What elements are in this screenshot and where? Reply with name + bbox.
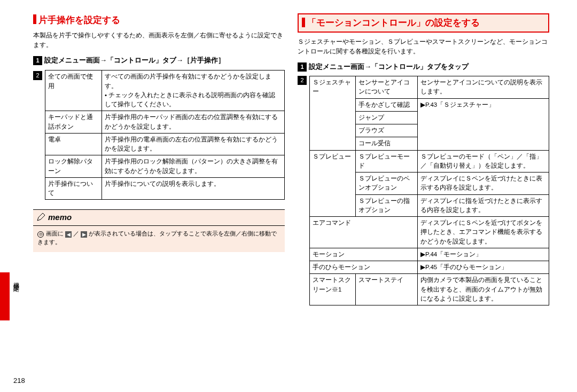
table-cell: Ｓジェスチャー	[310, 76, 356, 151]
table-cell: ディスプレイに指を近づけたときに表示する内容を設定します。	[418, 194, 549, 217]
left-table-body: 全ての画面で使用すべての画面の片手操作を有効にするかどうかを設定します。 • チ…	[45, 70, 285, 200]
table-cell: 内側カメラで本製品の画面を見ていることを検出すると、画面のタイムアウトが無効にな…	[418, 274, 549, 305]
right-title-box: 「モーションコントロール」の設定をする	[298, 13, 549, 33]
table-cell: ▶P.43「Ｓジェスチャー」	[418, 98, 549, 150]
table-cell: 片手操作についての説明を表示します。	[102, 177, 285, 200]
table-cell: 電卓	[45, 133, 102, 155]
table-cell: ▶P.44「モーション」	[418, 248, 549, 261]
pencil-icon	[36, 213, 46, 222]
page-number: 218	[13, 375, 25, 386]
right-table: Ｓジェスチャー センサーとアイコンについて センサーとアイコンについての説明を表…	[309, 76, 549, 305]
table-cell: 片手操作用のロック解除画面（パターン）の大きさ調整を有効にするかどうかを設定しま…	[102, 155, 285, 178]
table-cell: 手のひらモーション	[310, 261, 418, 274]
table-cell: エアコマンド	[310, 217, 418, 248]
table-cell: センサーとアイコンについての説明を表示します。	[418, 76, 549, 99]
table-cell: すべての画面の片手操作を有効にするかどうかを設定します。 • チェックを入れたと…	[102, 70, 285, 111]
table-cell: ディスプレイにＳペンを近づけてボタンを押したとき、エアコマンド機能を表示するかど…	[418, 217, 549, 248]
right-arrow-icon: ▶	[81, 231, 87, 238]
left-column: 片手操作を設定する 本製品を片手で操作しやすくするため、画面表示を左側／右側に寄…	[27, 13, 291, 379]
table-cell: スマートステイ	[356, 274, 418, 305]
table-cell: キーパッドと通話ボタン	[45, 111, 102, 134]
table-cell: 片手操作用のキーパッド画面の左右の位置調整を有効にするかどうかを設定します。	[102, 111, 285, 134]
step-number-icon: 1	[33, 56, 42, 65]
table-cell: ディスプレイにＳペンを近づけたときに表示する内容を設定します。	[418, 173, 549, 195]
table-cell: Ｓプレビューのモード（「ペン」／「指」／「自動切り替え」）を設定します。	[418, 150, 549, 173]
table-cell: ブラウズ	[356, 124, 418, 137]
side-label: 機能設定	[12, 278, 21, 282]
table-cell: モーション	[310, 248, 418, 261]
left-step1: 1設定メニュー画面→「コントロール」タブ→［片手操作］	[33, 55, 285, 66]
memo-body: ◎画面に ◀ ／ ▶ が表示されている場合は、タップすることで表示を左側／右側に…	[33, 226, 285, 252]
table-cell: 全ての画面で使用	[45, 70, 102, 111]
step-number-icon: 2	[298, 76, 307, 85]
table-cell: ジャンプ	[356, 111, 418, 124]
right-step1: 1設定メニュー画面→「コントロール」タブをタップ	[298, 61, 549, 72]
memo-label: memo	[48, 213, 72, 222]
right-intro: Ｓジェスチャーやモーション、Ｓプレビューやスマートスクリーンなど、モーションコン…	[298, 37, 549, 56]
step-number-icon: 2	[33, 71, 42, 80]
left-arrow-icon: ◀	[65, 231, 72, 238]
right-title-text: 「モーションコントロール」の設定をする	[307, 18, 480, 28]
table-cell: ロック解除パターン	[45, 155, 102, 178]
left-title-text: 片手操作を設定する	[38, 15, 120, 25]
table-cell: コール受信	[356, 137, 418, 150]
left-step1-text: 設定メニュー画面→「コントロール」タブ→［片手操作］	[44, 56, 225, 64]
memo-box: memo ◎画面に ◀ ／ ▶ が表示されている場合は、タップすることで表示を左…	[33, 209, 285, 252]
table-cell: Ｓプレビュー	[310, 150, 356, 217]
table-cell: Ｓプレビューのペンオプション	[356, 173, 418, 195]
right-column: 「モーションコントロール」の設定をする Ｓジェスチャーやモーション、Ｓプレビュー…	[291, 13, 556, 379]
bullet-icon: ◎	[37, 231, 44, 238]
memo-header: memo	[33, 209, 285, 226]
table-cell: 片手操作について	[45, 177, 102, 200]
left-intro: 本製品を片手で操作しやすくするため、画面表示を左側／右側に寄せるように設定できま…	[33, 30, 285, 50]
table-cell: Ｓプレビューモード	[356, 150, 418, 173]
side-tab	[0, 272, 10, 320]
table-cell: スマートスクリーン※1	[310, 274, 356, 305]
left-title: 片手操作を設定する	[33, 13, 285, 27]
table-cell: 片手操作用の電卓画面の左右の位置調整を有効にするかどうかを設定します。	[102, 133, 285, 155]
step-number-icon: 1	[298, 62, 307, 72]
right-step1-text: 設定メニュー画面→「コントロール」タブをタップ	[309, 62, 469, 70]
table-cell: Ｓプレビューの指オプション	[356, 194, 418, 217]
table-cell: センサーとアイコンについて	[356, 76, 418, 99]
table-cell: ▶P.45「手のひらモーション」	[418, 261, 549, 274]
table-cell: 手をかざして確認	[356, 98, 418, 111]
